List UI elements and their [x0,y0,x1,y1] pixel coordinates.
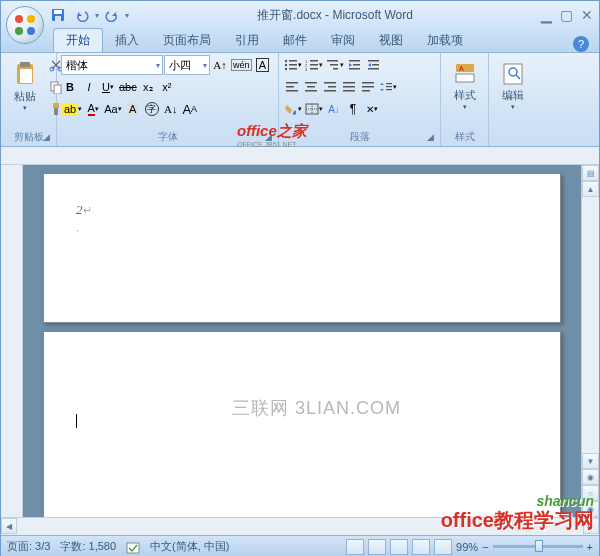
tab-addins[interactable]: 加载项 [415,29,475,52]
view-outline[interactable] [412,539,430,555]
align-justify-button[interactable] [340,77,358,97]
numbering-button[interactable]: 123▾ [304,55,324,75]
svg-point-0 [15,15,23,23]
page-indicator[interactable]: 页面: 3/3 [7,539,50,554]
strike-button[interactable]: abc [118,77,138,97]
proofing-icon[interactable] [126,540,140,554]
hscroll-left[interactable]: ◀ [1,518,17,534]
styles-button[interactable]: A 样式 ▾ [445,55,484,117]
scroll-down[interactable]: ▼ [582,453,599,469]
horizontal-ruler[interactable] [1,147,599,165]
underline-button[interactable]: U▾ [99,77,117,97]
shrink-font-button[interactable]: A↓ [162,99,180,119]
svg-text:3: 3 [305,67,308,71]
font-color-button[interactable]: A▾ [84,99,102,119]
align-left-button[interactable] [283,77,301,97]
view-web[interactable] [390,539,408,555]
office-button[interactable] [6,6,44,44]
change-case-button[interactable]: Aa▾ [103,99,122,119]
page-2-bottom[interactable]: 2↵ · [43,173,561,323]
distribute-button[interactable] [359,77,377,97]
clear-format-button[interactable]: AA [181,99,199,119]
svg-rect-45 [343,82,355,84]
tab-insert[interactable]: 插入 [103,29,151,52]
font-family-combo[interactable]: 楷体▾ [61,55,163,75]
prev-page[interactable]: ◉ [582,469,599,485]
svg-rect-9 [20,69,32,83]
minimize-button[interactable]: ▁ [541,7,552,23]
vertical-ruler[interactable] [1,165,23,517]
char-border-button[interactable]: A [254,55,272,75]
zoom-out[interactable]: − [482,541,488,553]
tab-view[interactable]: 视图 [367,29,415,52]
line-spacing-button[interactable]: ▾ [378,77,398,97]
window-controls: ▁ ▢ ✕ [541,7,593,23]
help-button[interactable]: ? [573,36,589,52]
highlight-button[interactable]: ab▾ [61,99,83,119]
word-count[interactable]: 字数: 1,580 [60,539,116,554]
view-full-screen[interactable] [368,539,386,555]
pages-container[interactable]: 2↵ · 三联网 3LIAN.COM officejiayuan.com [23,165,581,517]
enclose-char-button[interactable]: 字 [143,99,161,119]
align-right-button[interactable] [321,77,339,97]
sort-button[interactable]: A↓ [325,99,343,119]
ruler-toggle[interactable]: ▤ [582,165,599,181]
text-cursor [76,414,77,428]
asian-layout-button[interactable]: ✕▾ [363,99,381,119]
svg-rect-5 [54,10,62,14]
paste-icon [14,61,36,87]
multilevel-button[interactable]: ▾ [325,55,345,75]
scroll-up[interactable]: ▲ [582,181,599,197]
grow-font-button[interactable]: A↑ [211,55,229,75]
shading-button[interactable]: ▾ [283,99,303,119]
zoom-percent[interactable]: 99% [456,541,478,553]
subscript-button[interactable]: x₂ [139,77,157,97]
svg-rect-44 [324,90,336,92]
italic-button[interactable]: I [80,77,98,97]
phonetic-button[interactable]: wén [230,55,253,75]
paragraph-dialog-launcher[interactable]: ◢ [427,132,434,142]
undo-button[interactable] [71,4,93,26]
align-center-button[interactable] [302,77,320,97]
redo-button[interactable] [101,4,123,26]
svg-point-19 [285,68,287,70]
bullets-button[interactable]: ▾ [283,55,303,75]
svg-rect-59 [456,74,474,82]
indent-increase-button[interactable] [365,55,383,75]
close-button[interactable]: ✕ [581,7,593,23]
view-draft[interactable] [434,539,452,555]
vertical-scrollbar[interactable]: ▤ ▲ ▼ ◉ ○ ◉ [581,165,599,517]
tab-mailings[interactable]: 邮件 [271,29,319,52]
editing-button[interactable]: 编辑 ▾ [493,55,533,117]
paste-button[interactable]: 粘贴 ▾ [5,55,45,117]
zoom-in[interactable]: + [587,541,593,553]
svg-rect-35 [368,68,379,70]
zoom-slider[interactable] [493,545,583,548]
clipboard-dialog-launcher[interactable]: ◢ [43,132,50,142]
shading-icon [284,103,298,115]
indent-decrease-button[interactable] [346,55,364,75]
svg-rect-27 [327,60,338,62]
char-shading-button[interactable]: A [124,99,142,119]
undo-dropdown[interactable]: ▾ [95,11,99,20]
borders-icon [305,103,319,115]
tab-home[interactable]: 开始 [53,28,103,52]
language-indicator[interactable]: 中文(简体, 中国) [150,539,229,554]
superscript-button[interactable]: x² [158,77,176,97]
bold-button[interactable]: B [61,77,79,97]
tab-review[interactable]: 审阅 [319,29,367,52]
font-size-combo[interactable]: 小四▾ [164,55,210,75]
outdent-icon [348,59,362,71]
zoom-thumb[interactable] [535,540,543,552]
tab-layout[interactable]: 页面布局 [151,29,223,52]
maximize-button[interactable]: ▢ [560,7,573,23]
paste-label: 粘贴 [14,89,36,104]
scroll-thumb[interactable] [583,198,598,452]
tab-references[interactable]: 引用 [223,29,271,52]
save-icon [51,8,65,22]
page-3[interactable]: 三联网 3LIAN.COM officejiayuan.com [43,331,561,517]
borders-button[interactable]: ▾ [304,99,324,119]
show-marks-button[interactable]: ¶ [344,99,362,119]
view-print-layout[interactable] [346,539,364,555]
save-button[interactable] [47,4,69,26]
